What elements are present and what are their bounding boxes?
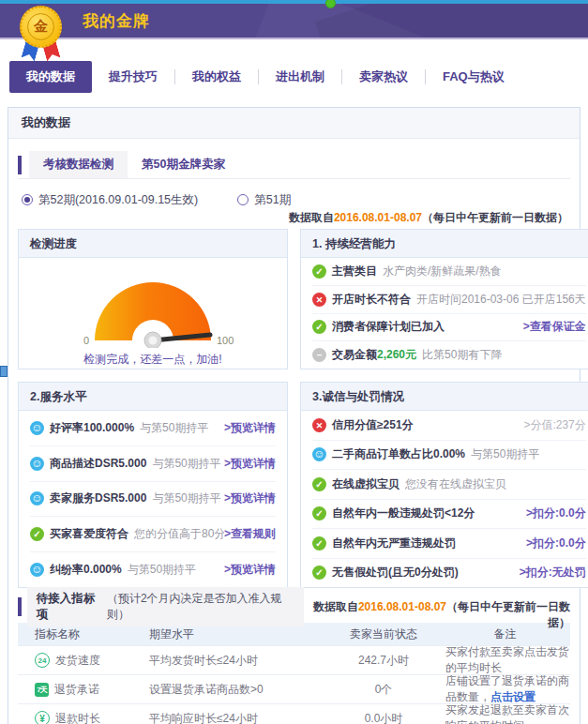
panel-sustain-body: 主营类目 水产肉类/新鲜蔬果/熟食 开店时长不符合 开店时间2016-03-06… xyxy=(301,258,588,369)
gauge-hub-center xyxy=(149,337,158,345)
indicator-name: 发货速度 xyxy=(55,653,100,669)
gauge-max-label: 100 xyxy=(217,335,234,346)
period-51-radio[interactable]: 第51期 xyxy=(237,192,291,208)
data-source-range: 2016.08.01-08.07 xyxy=(334,211,422,224)
metric-title: 商品描述DSR5.000 xyxy=(50,456,146,472)
indicator-expect: 平均发货时长≤24小时 xyxy=(149,653,327,669)
table-row: 退货承诺 设置退货承诺商品数>0 0个 店铺设置了退货承诺的商品数量，点击设置 xyxy=(18,674,570,703)
panel-progress: 检测进度 0 xyxy=(18,229,288,370)
metric-row: 纠纷率0.000% 与第50期持平 >预览详情 xyxy=(30,551,276,587)
metric-title: 消费者保障计划已加入 xyxy=(332,319,445,335)
period-51-label: 第51期 xyxy=(254,192,291,208)
check-circle-icon xyxy=(312,506,326,520)
subtab-assessment-check[interactable]: 考核数据检测 xyxy=(29,151,128,178)
metric-row: 买家喜爱度符合 您的分值高于80分 >查看规则 xyxy=(30,516,276,551)
smile-face-icon xyxy=(30,491,44,505)
gold-medal-icon: 金 xyxy=(15,6,68,62)
panel-sustain: 1. 持续经营能力 主营类目 水产肉类/新鲜蔬果/熟食 开店时长不符合 开店时间… xyxy=(300,229,588,370)
metric-row: 主营类目 水产肉类/新鲜蔬果/熟食 xyxy=(312,258,586,285)
indicator-note: 买家付款至卖家点击发货的平均时长 xyxy=(440,644,570,676)
refund-time-icon xyxy=(35,711,50,724)
metric-title: 自然年内无严重违规处罚 xyxy=(332,535,456,551)
panel-integrity-body: 信用分值≥251分 >分值:237分 二手商品订单数占比0.00% 与第50期持… xyxy=(301,411,588,587)
radio-unselected-icon[interactable] xyxy=(237,194,249,205)
table-row: 退款时长 平均响应时长≤24小时 0.0小时 买家发起退款至卖家首次响应的平均时… xyxy=(18,703,570,724)
metric-row: 自然年内无严重违规处罚 >扣分:0.0分 xyxy=(312,528,586,558)
deduction-link[interactable]: >扣分:无处罚 xyxy=(520,565,586,581)
metric-row: 消费者保障计划已加入 >查看保证金 xyxy=(312,313,586,341)
metric-row: 开店时长不符合 开店时间2016-03-06 已开店156天 xyxy=(312,285,586,313)
metric-title: 开店时长不符合 xyxy=(332,292,411,308)
smile-face-icon xyxy=(30,563,44,577)
data-source-prefix: 数据取自 xyxy=(313,600,358,613)
tab-entry-exit[interactable]: 进出机制 xyxy=(259,61,341,93)
check-circle-icon xyxy=(312,536,326,551)
radio-selected-icon[interactable] xyxy=(22,194,33,205)
metric-desc: 与第50期持平 xyxy=(128,562,196,578)
metric-desc: 水产肉类/新鲜蔬果/熟食 xyxy=(383,264,502,279)
subtab-period50-sellers[interactable]: 第50期金牌卖家 xyxy=(128,151,239,178)
subtab-accent-bar xyxy=(18,156,22,174)
medal-coin-ring: 金 xyxy=(27,13,54,40)
check-circle-icon xyxy=(312,264,326,279)
tab-faq[interactable]: FAQ与热议 xyxy=(426,61,521,93)
metric-desc: 您的分值高于80分 xyxy=(134,526,224,542)
pending-title-box: 待接入指标项 （预计2个月内决定是否加入准入规则） xyxy=(27,587,304,626)
neutral-face-icon xyxy=(312,348,326,362)
tab-improve-skills[interactable]: 提升技巧 xyxy=(92,61,174,93)
click-to-set-link[interactable]: 点击设置 xyxy=(490,690,535,703)
progress-gauge-body: 0 100 检测完成，还差一点，加油! xyxy=(19,258,287,369)
data-source-note: 数据取自2016.08.01-08.07（每日中午更新前一日数据） xyxy=(304,599,570,614)
medal-coin: 金 xyxy=(20,6,62,48)
period-52-radio[interactable]: 第52期(2016.09.01-09.15生效) xyxy=(22,192,198,208)
page-banner: 我的金牌 xyxy=(0,4,588,39)
preview-detail-link[interactable]: >预览详情 xyxy=(224,490,276,506)
preview-detail-link[interactable]: >预览详情 xyxy=(224,456,276,472)
smile-face-icon xyxy=(312,447,326,461)
panel-sustain-title: 1. 持续经营能力 xyxy=(301,230,588,258)
metric-desc: 比第50期有下降 xyxy=(422,347,502,363)
smile-face-icon xyxy=(30,457,44,471)
metric-panels-grid: 检测进度 0 xyxy=(18,229,570,588)
metric-row: 好评率100.000% 与第50期持平 >预览详情 xyxy=(30,411,276,445)
data-source-prefix: 数据取自 xyxy=(289,211,334,224)
view-deposit-link[interactable]: >查看保证金 xyxy=(523,319,586,335)
tab-my-benefits[interactable]: 我的权益 xyxy=(175,61,258,93)
check-circle-icon xyxy=(312,320,326,334)
tab-seller-discussion[interactable]: 卖家热议 xyxy=(342,61,425,93)
deduction-link[interactable]: >扣分:0.0分 xyxy=(526,535,586,551)
table-row: 发货速度 平均发货时长≤24小时 242.7小时 买家付款至卖家点击发货的平均时… xyxy=(18,645,570,674)
pending-subtitle: （预计2个月内决定是否加入准入规则） xyxy=(107,591,294,623)
pending-title: 待接入指标项 xyxy=(37,591,103,623)
metric-desc: 您没有在线虚拟宝贝 xyxy=(405,476,506,492)
credit-score-note: >分值:237分 xyxy=(523,417,585,433)
indicator-expect: 平均响应时长≤24小时 xyxy=(149,711,327,724)
period-radio-group: 第52期(2016.09.01-09.15生效) 第51期 xyxy=(22,191,580,208)
preview-detail-link[interactable]: >预览详情 xyxy=(224,562,276,578)
metric-row: 在线虚拟宝贝 您没有在线虚拟宝贝 xyxy=(312,469,586,499)
deduction-link[interactable]: >扣分:0.0分 xyxy=(526,505,586,521)
tab-my-data[interactable]: 我的数据 xyxy=(9,61,92,93)
sub-tabs: 考核数据检测 第50期金牌卖家 xyxy=(18,151,570,179)
smile-face-icon xyxy=(30,421,44,435)
metric-title: 二手商品订单数占比0.00% xyxy=(332,446,465,462)
metric-title: 无售假处罚(且无0分处罚) xyxy=(332,565,459,581)
panel-integrity: 3.诚信与处罚情况 信用分值≥251分 >分值:237分 二手商品订单数占比0.… xyxy=(300,382,588,588)
section-title: 我的数据 xyxy=(8,108,580,139)
metric-desc: 开店时间2016-03-06 已开店156天 xyxy=(416,292,586,308)
metric-row: 交易金额 2,260元 比第50期有下降 xyxy=(312,340,586,369)
check-circle-icon xyxy=(312,477,326,491)
metric-title: 自然年内一般违规处罚<12分 xyxy=(332,505,475,521)
view-rules-link[interactable]: >查看规则 xyxy=(224,526,276,542)
metric-row: 自然年内一般违规处罚<12分 >扣分:0.0分 xyxy=(312,499,586,529)
col-header-expect: 期望水平 xyxy=(149,626,327,642)
gauge-min-label: 0 xyxy=(83,335,89,346)
metric-row: 信用分值≥251分 >分值:237分 xyxy=(312,411,586,440)
metric-desc: 与第50期持平 xyxy=(152,490,220,506)
preview-detail-link[interactable]: >预览详情 xyxy=(224,420,276,436)
panel-progress-title: 检测进度 xyxy=(19,230,287,258)
cross-circle-icon xyxy=(312,293,326,307)
check-circle-icon xyxy=(30,527,44,541)
data-source-note: 数据取自2016.08.01-08.07（每日中午更新前一日数据） xyxy=(8,210,568,225)
metric-row: 二手商品订单数占比0.00% 与第50期持平 xyxy=(312,440,586,470)
